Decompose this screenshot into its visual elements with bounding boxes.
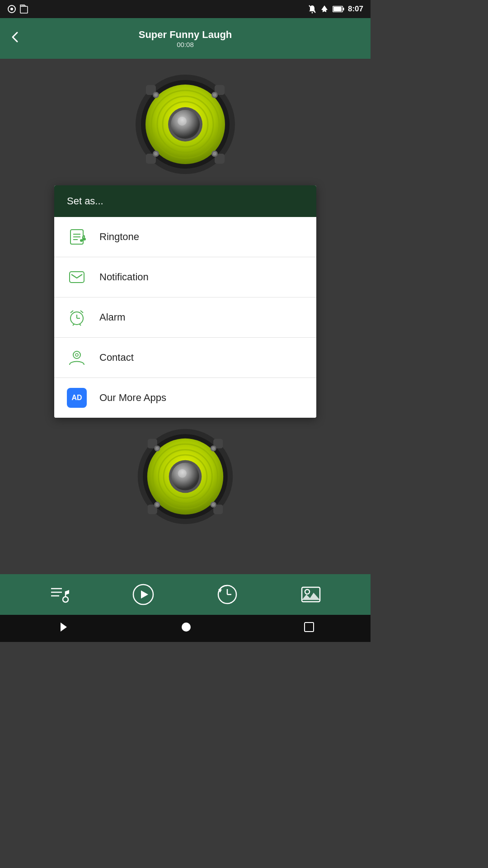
svg-line-47: [73, 324, 74, 326]
svg-point-31: [213, 152, 216, 156]
svg-point-63: [178, 469, 187, 478]
svg-point-69: [155, 503, 159, 506]
sdcard-icon: [20, 5, 28, 14]
svg-point-86: [182, 623, 191, 632]
set-as-menu: Set as... Ringtone: [54, 185, 316, 418]
svg-point-1: [10, 8, 13, 10]
svg-point-23: [178, 117, 187, 126]
notification-off-icon: [308, 5, 316, 14]
recents-nav-button[interactable]: [304, 622, 314, 635]
menu-item-alarm[interactable]: Alarm: [54, 297, 316, 338]
svg-point-27: [213, 93, 216, 97]
notification-label: Notification: [99, 271, 149, 283]
status-left-icons: [7, 5, 28, 14]
circle-icon: [7, 5, 16, 14]
menu-item-contact[interactable]: Contact: [54, 338, 316, 378]
wallpaper-button[interactable]: [300, 584, 322, 605]
svg-point-84: [305, 590, 310, 594]
svg-line-46: [80, 311, 83, 313]
menu-header: Set as...: [54, 185, 316, 217]
playlist-button[interactable]: [49, 584, 70, 605]
svg-rect-10: [333, 7, 342, 11]
menu-item-more-apps[interactable]: AD Our More Apps: [54, 378, 316, 418]
notification-icon: [67, 267, 87, 287]
svg-point-71: [211, 503, 215, 506]
track-duration: 00:08: [9, 41, 361, 48]
svg-point-67: [211, 447, 215, 450]
svg-marker-78: [141, 590, 148, 599]
menu-item-notification[interactable]: Notification: [54, 257, 316, 297]
svg-rect-87: [305, 623, 314, 632]
svg-marker-85: [61, 623, 67, 632]
svg-point-25: [154, 93, 158, 97]
alarm-label: Alarm: [99, 311, 125, 323]
alarm-icon: [67, 307, 87, 327]
svg-point-29: [154, 152, 158, 156]
top-speaker-area: [0, 59, 371, 185]
svg-point-7: [311, 12, 313, 14]
play-button[interactable]: [132, 583, 155, 606]
back-nav-button[interactable]: [56, 621, 69, 636]
track-title: Super Funny Laugh: [9, 29, 361, 41]
history-button[interactable]: [216, 584, 238, 605]
airplane-icon: [320, 5, 329, 14]
home-nav-button[interactable]: [181, 622, 191, 635]
status-right-icons: 8:07: [308, 5, 363, 14]
battery-icon: [333, 6, 344, 12]
bottom-speaker-graphic: [136, 427, 235, 526]
svg-rect-9: [343, 8, 344, 10]
svg-point-65: [155, 447, 159, 450]
menu-item-ringtone[interactable]: Ringtone: [54, 217, 316, 257]
svg-rect-41: [70, 272, 84, 283]
svg-line-48: [80, 324, 81, 326]
top-speaker-graphic: [133, 72, 237, 176]
ad-badge: AD: [67, 388, 87, 408]
svg-line-45: [70, 311, 73, 313]
header-title-container: Super Funny Laugh 00:08: [9, 29, 361, 48]
svg-rect-2: [20, 6, 28, 13]
contact-icon: [67, 348, 87, 368]
android-nav-bar: [0, 615, 371, 642]
svg-point-49: [73, 351, 80, 359]
bottom-speaker-area: [0, 418, 371, 535]
svg-point-50: [75, 354, 78, 356]
ringtone-label: Ringtone: [99, 231, 139, 243]
more-apps-label: Our More Apps: [99, 392, 166, 404]
menu-header-label: Set as...: [67, 195, 103, 207]
ringtone-icon: [67, 227, 87, 247]
bottom-toolbar: [0, 574, 371, 615]
svg-point-75: [63, 597, 68, 602]
time-display: 8:07: [348, 5, 363, 14]
status-bar: 8:07: [0, 0, 371, 18]
app-header: Super Funny Laugh 00:08: [0, 18, 371, 59]
contact-label: Contact: [99, 352, 134, 363]
